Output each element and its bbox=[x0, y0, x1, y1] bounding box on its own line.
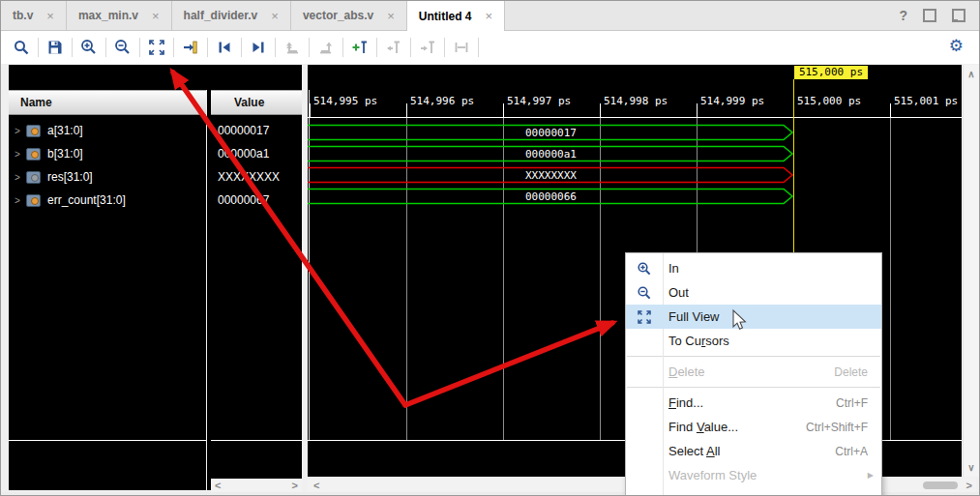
previous-transition-button[interactable] bbox=[212, 35, 237, 60]
tab-max_min.v[interactable]: max_min.v × bbox=[67, 1, 172, 30]
signal-row-err_count[interactable]: > err_count[31:0] bbox=[9, 189, 206, 212]
expand-chevron-icon[interactable]: > bbox=[15, 126, 26, 136]
menu-shortcut: Ctrl+F bbox=[836, 396, 868, 410]
bus-value: 000000a1 bbox=[308, 148, 794, 160]
time-tick-label: 514,996 ps bbox=[410, 95, 474, 107]
swap-previous-icon bbox=[283, 39, 301, 56]
bus-signal-icon bbox=[26, 148, 41, 160]
next-marker-icon bbox=[419, 39, 436, 56]
close-icon[interactable]: × bbox=[271, 9, 279, 23]
scrollbar-thumb[interactable] bbox=[923, 481, 958, 489]
time-tick-label: 514,998 ps bbox=[604, 95, 668, 107]
menu-item-full-view[interactable]: Full View bbox=[626, 305, 881, 329]
previous-marker-button[interactable] bbox=[381, 35, 406, 60]
signal-row-a[interactable]: > a[31:0] bbox=[9, 119, 206, 142]
save-button[interactable] bbox=[43, 35, 68, 60]
expand-chevron-icon[interactable]: > bbox=[15, 149, 26, 160]
left-gutter bbox=[1, 64, 9, 496]
time-tick-label: 515,001 ps bbox=[894, 95, 958, 107]
swap-previous-button[interactable] bbox=[280, 35, 305, 60]
zoom-fit-icon bbox=[148, 39, 165, 56]
zoom-to-cursor-icon bbox=[182, 39, 199, 56]
close-icon[interactable]: × bbox=[486, 9, 493, 23]
menu-item-zoom-in[interactable]: In bbox=[626, 256, 881, 280]
menu-shortcut: Delete bbox=[834, 365, 868, 379]
zoom-out-button[interactable] bbox=[110, 35, 135, 60]
signal-value: 000000a1 bbox=[218, 142, 269, 165]
float-icon[interactable] bbox=[952, 9, 965, 22]
save-icon bbox=[46, 39, 64, 56]
menu-separator bbox=[627, 387, 880, 388]
previous-marker-icon bbox=[385, 39, 402, 56]
close-icon[interactable]: × bbox=[46, 9, 54, 23]
menu-shortcut: Ctrl+Shift+F bbox=[806, 421, 868, 434]
menu-item-delete: Delete Delete bbox=[626, 360, 881, 384]
swap-next-button[interactable] bbox=[313, 35, 339, 60]
zoom-fit-icon bbox=[626, 309, 663, 325]
search-icon bbox=[13, 39, 30, 56]
previous-transition-icon bbox=[216, 39, 233, 56]
close-icon[interactable]: × bbox=[152, 9, 160, 23]
scroll-left-icon[interactable]: < bbox=[313, 480, 319, 491]
help-icon[interactable]: ? bbox=[899, 8, 907, 23]
zoom-out-icon bbox=[114, 39, 132, 56]
time-tick-label: 514,997 ps bbox=[507, 95, 571, 107]
name-column-header: Name bbox=[9, 90, 206, 115]
time-tick bbox=[890, 103, 891, 117]
tab-untitled-4[interactable]: Untitled 4 × bbox=[407, 1, 505, 31]
tab-label: half_divider.v bbox=[184, 9, 258, 22]
expand-chevron-icon[interactable]: > bbox=[15, 172, 26, 183]
tab-tb.v[interactable]: tb.v × bbox=[1, 1, 67, 30]
tab-half_divider.v[interactable]: half_divider.v × bbox=[172, 1, 291, 30]
signal-panel: Name Value > a[31:0] > b[31:0] > res[31:… bbox=[9, 65, 302, 490]
context-menu: In Out Full View To Cursors Delete Delet… bbox=[625, 252, 882, 496]
scroll-right-icon[interactable]: > bbox=[966, 480, 972, 491]
column-separator[interactable] bbox=[206, 90, 207, 490]
gridline bbox=[890, 118, 891, 440]
menu-item-waveform-style: Waveform Style ▶ bbox=[626, 463, 881, 487]
zoom-in-icon bbox=[80, 39, 98, 56]
next-marker-button[interactable] bbox=[415, 35, 440, 60]
next-transition-button[interactable] bbox=[246, 35, 271, 60]
add-marker-button[interactable] bbox=[347, 35, 372, 60]
window-buttons: ? bbox=[899, 8, 965, 23]
scroll-down-icon[interactable]: ∨ bbox=[964, 462, 979, 473]
menu-item-select-all[interactable]: Select All Ctrl+A bbox=[626, 439, 881, 463]
scroll-left-icon[interactable]: < bbox=[215, 480, 221, 491]
menu-item-zoom-out[interactable]: Out bbox=[626, 280, 881, 305]
signal-row-res[interactable]: > res[31:0] bbox=[9, 165, 206, 189]
snap-to-transition-icon bbox=[453, 39, 470, 56]
menu-shortcut: Ctrl+A bbox=[835, 445, 868, 458]
menu-item-find[interactable]: Find... Ctrl+F bbox=[626, 391, 881, 415]
menu-item-to-cursors[interactable]: To Cursors bbox=[626, 329, 881, 353]
value-horizontal-scrollbar[interactable]: < > bbox=[211, 479, 302, 492]
wave-vertical-scrollbar[interactable]: ∧ ∨ bbox=[963, 65, 979, 477]
menu-separator bbox=[627, 356, 880, 357]
tab-vector_abs.v[interactable]: vector_abs.v × bbox=[291, 1, 407, 30]
scroll-right-icon[interactable]: > bbox=[292, 480, 298, 491]
menu-item-find-value[interactable]: Find Value... Ctrl+Shift+F bbox=[626, 415, 881, 439]
zoom-in-button[interactable] bbox=[76, 35, 102, 60]
wave-left-border bbox=[309, 90, 310, 440]
snap-to-transition-button[interactable] bbox=[449, 35, 474, 60]
tab-label: vector_abs.v bbox=[303, 9, 373, 22]
close-icon[interactable]: × bbox=[387, 9, 395, 23]
time-tick bbox=[697, 103, 698, 117]
maximize-icon[interactable] bbox=[923, 9, 936, 22]
time-tick-label: 514,995 ps bbox=[313, 95, 377, 107]
settings-gear-icon[interactable]: ⚙ bbox=[949, 36, 964, 56]
zoom-to-cursor-button[interactable] bbox=[178, 35, 203, 60]
submenu-arrow-icon: ▶ bbox=[868, 471, 874, 480]
signal-name: a[31:0] bbox=[47, 124, 83, 137]
zoom-fit-button[interactable] bbox=[144, 35, 169, 60]
scroll-up-icon[interactable]: ∧ bbox=[964, 69, 979, 79]
signal-row-b[interactable]: > b[31:0] bbox=[9, 142, 206, 165]
expand-chevron-icon[interactable]: > bbox=[15, 195, 26, 206]
wave-toolbar: ⚙ bbox=[1, 31, 979, 64]
search-button[interactable] bbox=[9, 35, 34, 60]
time-tick-label: 514,999 ps bbox=[700, 95, 764, 107]
tab-label: max_min.v bbox=[78, 9, 138, 22]
signal-name: err_count[31:0] bbox=[47, 193, 126, 207]
signal-name: res[31:0] bbox=[47, 170, 93, 184]
cursor-time-flag[interactable]: 515,000 ps bbox=[794, 66, 868, 79]
